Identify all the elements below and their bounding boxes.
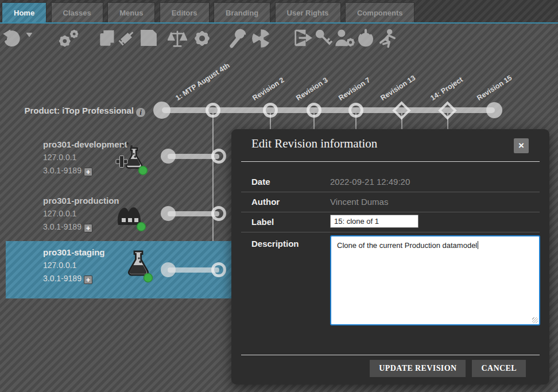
- revision-label[interactable]: Revision 2: [251, 76, 285, 102]
- description-text: Clone of the current Production datamode…: [337, 241, 477, 250]
- revision-label[interactable]: Revision 3: [294, 76, 329, 102]
- production-factory-icon: [114, 197, 147, 234]
- author-row: Author Vincent Dumas: [241, 192, 540, 212]
- revision-node-2[interactable]: [263, 103, 278, 118]
- tab-bar: Home Classes Menus Editors Branding User…: [0, 0, 558, 24]
- resize-grip-icon[interactable]: [532, 317, 538, 323]
- text-cursor: [478, 241, 478, 249]
- footer-separator: [241, 355, 540, 355]
- toolbar: [0, 24, 558, 53]
- tab-components[interactable]: Components: [345, 2, 414, 22]
- tab-editors[interactable]: Editors: [160, 2, 210, 22]
- revision-label[interactable]: 1: MTP August 4th: [174, 61, 231, 102]
- gear-icon[interactable]: [192, 29, 212, 48]
- revision-node-13[interactable]: [392, 101, 411, 120]
- revision-node-7[interactable]: [348, 103, 363, 118]
- expand-plus-icon[interactable]: +: [84, 224, 92, 232]
- date-row: Date 2022-09-21 12:49:20: [241, 172, 540, 192]
- save-icon[interactable]: [140, 29, 158, 47]
- header-separator: [241, 161, 540, 162]
- label-field-label: Label: [251, 212, 274, 232]
- environment-version-text: 3.0.1-9189: [43, 222, 82, 231]
- key-icon[interactable]: [315, 29, 333, 47]
- edit-revision-dialog: Edit Revision information × Date 2022-09…: [231, 129, 549, 385]
- environment-host: 127.0.0.1: [43, 207, 119, 220]
- environment-version-text: 3.0.1-9189: [43, 274, 82, 283]
- tab-home[interactable]: Home: [2, 2, 46, 22]
- environment-name: pro301-production: [43, 194, 119, 207]
- revision-node-14[interactable]: [438, 101, 457, 120]
- date-label: Date: [251, 172, 270, 192]
- revision-label[interactable]: Revision 13: [379, 73, 417, 102]
- mini-timeline-ring: [211, 149, 226, 164]
- description-textarea[interactable]: Clone of the current Production datamode…: [330, 235, 540, 325]
- revision-label[interactable]: 14: Project: [429, 75, 464, 102]
- revision-node-1[interactable]: [206, 103, 220, 118]
- revision-label[interactable]: Revision 15: [475, 73, 513, 102]
- environment-row-development[interactable]: pro301-development 127.0.0.1 3.0.1-9189+: [6, 133, 231, 191]
- revision-node-15[interactable]: [486, 102, 502, 118]
- environment-version: 3.0.1-9189+: [43, 272, 105, 285]
- update-revision-button[interactable]: UPDATE REVISION: [370, 360, 466, 377]
- tab-branding[interactable]: Branding: [214, 2, 270, 22]
- revision-node-start[interactable]: [153, 102, 170, 119]
- dialog-buttons: UPDATE REVISION CANCEL: [370, 360, 526, 377]
- cancel-button[interactable]: CANCEL: [472, 360, 526, 377]
- copy-icon[interactable]: [99, 29, 116, 47]
- tab-user-rights[interactable]: User Rights: [275, 2, 341, 22]
- workflow-gears-icon[interactable]: [57, 29, 80, 48]
- author-value: Vincent Dumas: [330, 192, 388, 212]
- revision-label[interactable]: Revision 7: [337, 76, 371, 102]
- runner-icon[interactable]: [378, 29, 397, 48]
- description-label: Description: [251, 234, 299, 254]
- date-value: 2022-09-21 12:49:20: [330, 172, 410, 192]
- environment-row-production[interactable]: pro301-production 127.0.0.1 3.0.1-9189+: [6, 189, 231, 247]
- export-icon[interactable]: [293, 29, 312, 47]
- undo-caret-icon[interactable]: [26, 33, 32, 37]
- dialog-title: Edit Revision information: [251, 137, 377, 151]
- user-settings-icon[interactable]: [334, 29, 356, 47]
- wrench-icon[interactable]: [227, 29, 247, 48]
- expand-plus-icon[interactable]: +: [84, 168, 92, 176]
- environment-name: pro301-staging: [43, 246, 105, 259]
- info-icon[interactable]: i: [136, 108, 145, 117]
- environment-row-staging[interactable]: pro301-staging 127.0.0.1 3.0.1-9189+: [6, 241, 231, 298]
- mini-timeline-ring: [211, 206, 226, 221]
- product-label: Product: iTop Professionali: [23, 106, 145, 117]
- syringe-icon[interactable]: [118, 29, 136, 47]
- tab-classes[interactable]: Classes: [51, 2, 103, 22]
- revision-node-3[interactable]: [307, 103, 321, 118]
- label-input[interactable]: [330, 215, 418, 228]
- environment-version-text: 3.0.1-9189: [43, 166, 82, 175]
- environment-host: 127.0.0.1: [43, 259, 105, 272]
- mini-timeline-ring: [211, 262, 226, 277]
- product-label-text: Product: iTop Professional: [24, 106, 134, 115]
- undo-icon[interactable]: [2, 29, 22, 48]
- tab-menus[interactable]: Menus: [107, 2, 155, 22]
- development-flask-icon: [115, 141, 148, 178]
- environment-version: 3.0.1-9189+: [43, 220, 119, 234]
- balance-icon[interactable]: [168, 29, 187, 48]
- staging-flask-icon: [122, 248, 155, 286]
- close-icon[interactable]: ×: [514, 138, 529, 153]
- expand-plus-icon[interactable]: +: [84, 275, 92, 284]
- radiation-icon[interactable]: [251, 29, 272, 48]
- author-label: Author: [251, 192, 280, 212]
- power-icon[interactable]: [356, 29, 375, 48]
